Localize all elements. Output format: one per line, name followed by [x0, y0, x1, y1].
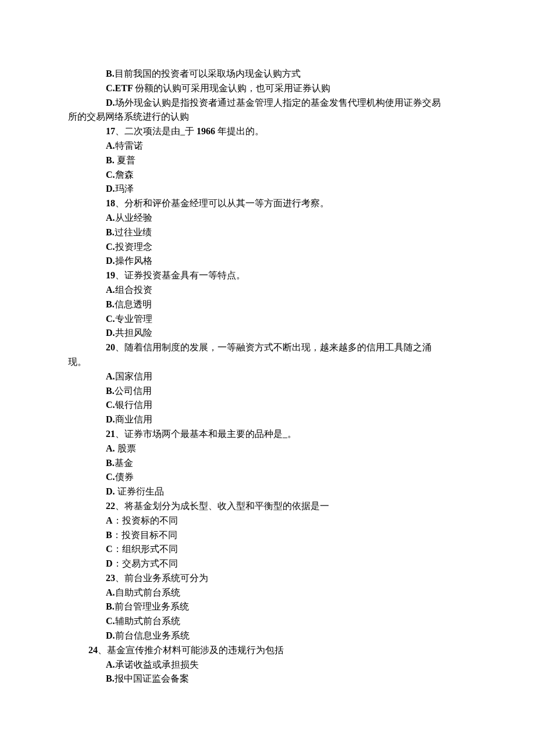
- text-line: 23、前台业务系统可分为: [0, 571, 535, 586]
- line-text: ：投资目标不同: [112, 530, 177, 540]
- line-prefix-bold: C.: [106, 400, 115, 410]
- line-prefix-bold: B.: [106, 299, 115, 309]
- line-text: 特雷诺: [115, 141, 143, 151]
- line-text: 场外现金认购是指投资者通过基金管理人指定的基金发售代理机构使用证券交易: [115, 98, 441, 108]
- text-line: 现。: [0, 355, 535, 370]
- text-line: C：组织形式不同: [0, 542, 535, 557]
- text-line: A.组合投资: [0, 283, 535, 298]
- line-text: 前台信息业务系统: [115, 630, 190, 640]
- line-text: 目前我国的投资者可以采取场内现金认购方式: [115, 69, 301, 78]
- line-prefix-bold: B.: [106, 227, 115, 237]
- document-page: B.目前我国的投资者可以采取场内现金认购方式C.ETF 份额的认购可采用现金认购…: [0, 0, 535, 756]
- line-text: 专业管理: [115, 314, 152, 324]
- line-prefix-bold: A.: [106, 587, 115, 597]
- line-prefix-bold: D.: [106, 98, 115, 108]
- text-line: B.公司信用: [0, 384, 535, 399]
- line-text: 基金: [115, 458, 133, 468]
- line-text: ：组织形式不同: [113, 544, 178, 554]
- line-prefix-bold: D.: [106, 328, 115, 338]
- line-prefix-bold: 17: [106, 126, 115, 136]
- line-text: 承诺收益或承担损失: [115, 660, 199, 669]
- line-prefix-bold: C.: [106, 314, 115, 324]
- line-text: 投资理念: [115, 242, 152, 252]
- text-line: A.承诺收益或承担损失: [0, 658, 535, 672]
- line-prefix-bold: B.: [106, 69, 115, 78]
- line-prefix-bold: 20: [106, 342, 115, 352]
- line-text: 报中国证监会备案: [115, 673, 189, 683]
- text-line: D.共担风险: [0, 326, 535, 341]
- line-prefix-bold: B.: [106, 458, 115, 468]
- text-line: A.国家信用: [0, 370, 535, 384]
- line-text: 从业经验: [115, 213, 152, 223]
- line-prefix-bold: 18: [106, 198, 115, 208]
- line-text: 过往业绩: [115, 227, 152, 237]
- line-text: 詹森: [115, 170, 134, 180]
- line-prefix-bold: D: [106, 558, 113, 568]
- line-text: 、将基金划分为成长型、收入型和平衡型的依据是一: [115, 501, 329, 511]
- line-prefix-bold: 23: [106, 573, 115, 583]
- line-prefix-bold: C.: [106, 242, 115, 252]
- line-prefix-bold: A.: [106, 371, 115, 381]
- text-line: 18、分析和评价基金经理可以从其一等方面进行考察。: [0, 196, 535, 211]
- line-text: ：投资标的不同: [113, 515, 178, 525]
- line-prefix-bold: B.: [106, 673, 115, 683]
- text-line: C.詹森: [0, 168, 535, 182]
- line-suffix-bold: 1966: [197, 126, 217, 136]
- line-text: 、分析和评价基金经理可以从其一等方面进行考察。: [115, 198, 329, 208]
- text-line: A：投资标的不同: [0, 514, 535, 528]
- text-line: B.过往业绩: [0, 225, 535, 240]
- line-prefix-bold: D.: [106, 184, 115, 194]
- line-prefix-bold: A.: [106, 660, 115, 669]
- text-line: C.专业管理: [0, 312, 535, 327]
- text-line: 所的交易网络系统进行的认购: [0, 110, 535, 124]
- text-line: B：投资目标不同: [0, 528, 535, 543]
- line-prefix-bold: 24: [88, 645, 98, 655]
- line-prefix-bold: B.: [106, 386, 115, 396]
- text-line: 20、随着信用制度的发展，一等融资方式不断出现，越来越多的信用工具随之涌: [0, 341, 535, 355]
- text-line: 24、基金宣传推介材料可能涉及的违规行为包括: [0, 643, 535, 658]
- line-text: 银行信用: [115, 400, 152, 410]
- text-line: C.投资理念: [0, 240, 535, 255]
- line-text: 债券: [115, 472, 134, 482]
- line-text: 夏普: [117, 155, 135, 165]
- line-text: 商业信用: [115, 414, 152, 424]
- line-prefix-bold: 19: [106, 270, 115, 280]
- text-line: A.特雷诺: [0, 139, 535, 153]
- line-text: 操作风格: [115, 256, 152, 266]
- text-line: C.辅助式前台系统: [0, 614, 535, 629]
- line-text: 信息透明: [115, 299, 152, 309]
- line-text: 股票: [117, 443, 136, 453]
- line-prefix-bold: A.: [106, 285, 115, 295]
- line-prefix-bold: B.: [106, 155, 117, 165]
- line-text: 、证券投资基金具有一等特点。: [115, 270, 245, 280]
- line-tail: 年提出的。: [217, 126, 264, 136]
- text-line: C.ETF 份额的认购可采用现金认购，也可采用证券认购: [0, 81, 535, 96]
- text-line: A.自助式前台系统: [0, 586, 535, 600]
- text-line: D.前台信息业务系统: [0, 629, 535, 643]
- line-prefix-bold: C: [106, 544, 113, 554]
- line-text: 份额的认购可采用现金认购，也可采用证券认购: [135, 83, 330, 93]
- text-line: D.场外现金认购是指投资者通过基金管理人指定的基金发售代理机构使用证券交易: [0, 96, 535, 110]
- line-prefix-bold: D.: [106, 414, 115, 424]
- text-line: B.报中国证监会备案: [0, 672, 535, 686]
- line-text: 组合投资: [115, 285, 152, 295]
- line-prefix-bold: C.: [106, 472, 115, 482]
- line-text: 证券衍生品: [117, 486, 164, 496]
- text-line: B.信息透明: [0, 298, 535, 312]
- line-text: 、前台业务系统可分为: [115, 573, 208, 583]
- line-text: 、证券市场两个最基本和最主要的品种是_。: [115, 429, 297, 439]
- line-text: 、二次项法是由_于: [115, 126, 197, 136]
- text-line: C.债券: [0, 470, 535, 485]
- text-line: D.玛泽: [0, 182, 535, 196]
- text-line: D.操作风格: [0, 254, 535, 268]
- text-line: D. 证券衍生品: [0, 485, 535, 499]
- line-text: 、随着信用制度的发展，一等融资方式不断出现，越来越多的信用工具随之涌: [115, 342, 431, 352]
- line-text: 前台管理业务系统: [115, 601, 189, 611]
- text-line: A. 股票: [0, 442, 535, 456]
- line-prefix-bold: D.: [106, 630, 115, 640]
- text-line: 21、证券市场两个最基本和最主要的品种是_。: [0, 427, 535, 442]
- line-prefix-bold: C.ETF: [106, 83, 135, 93]
- line-prefix-bold: A.: [106, 213, 115, 223]
- line-text: 所的交易网络系统进行的认购: [68, 112, 189, 121]
- line-prefix-bold: D.: [106, 256, 115, 266]
